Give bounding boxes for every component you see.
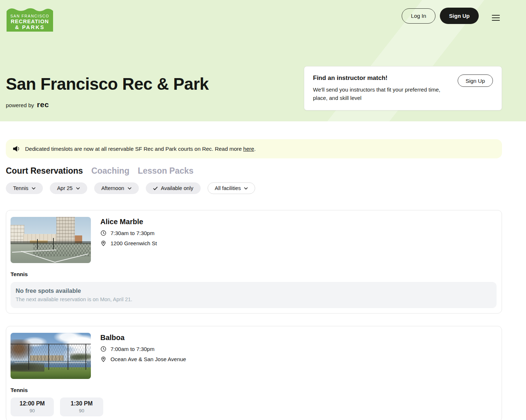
no-availability-notice: No free spots available The next availab… <box>11 282 497 308</box>
time-slot-button[interactable]: 1:30 PM 90 <box>60 397 103 416</box>
tab-lesson-packs[interactable]: Lesson Packs <box>138 166 193 176</box>
read-more-link[interactable]: here <box>243 146 254 152</box>
hero-main: San Francisco Rec & Park powered by rec … <box>0 32 526 110</box>
time-slot-list: 12:00 PM 90 1:30 PM 90 <box>11 397 497 416</box>
chevron-down-icon <box>32 187 36 190</box>
powered-by: powered by rec <box>6 100 209 109</box>
instructor-match-card: Find an instructor match! We'll send you… <box>304 66 502 110</box>
tab-coaching[interactable]: Coaching <box>91 166 129 176</box>
logo-line-3: & PARKS <box>15 24 45 30</box>
filter-bar: Tennis Apr 25 Afternoon Available only A… <box>6 182 502 194</box>
available-only-toggle[interactable]: Available only <box>146 182 201 194</box>
date-filter[interactable]: Apr 25 <box>50 182 87 194</box>
venue-address-row: 1200 Greenwich St <box>100 240 157 246</box>
announcement-banner: Dedicated timeslots are now at all reser… <box>6 139 502 158</box>
venue-card-alice-marble: Alice Marble 7:30am to 7:30pm 1200 Green… <box>6 210 502 314</box>
venue-photo-alice-marble[interactable] <box>11 217 91 263</box>
megaphone-icon <box>12 145 20 153</box>
tab-court-reservations[interactable]: Court Reservations <box>6 166 83 176</box>
venue-card-balboa: Balboa 7:00am to 7:30pm Ocean Ave & San … <box>6 326 502 420</box>
venue-sport-label: Tennis <box>11 271 497 277</box>
hamburger-icon <box>492 15 500 16</box>
venue-name[interactable]: Alice Marble <box>100 218 157 226</box>
main-content: Dedicated timeslots are now at all reser… <box>6 139 502 420</box>
top-navigation: SAN FRANCISCO RECREATION & PARKS Log In … <box>0 0 526 32</box>
rec-wordmark: rec <box>37 100 49 109</box>
instructor-match-text: Find an instructor match! We'll send you… <box>313 74 440 102</box>
checkmark-icon <box>153 186 158 190</box>
venue-name[interactable]: Balboa <box>100 334 186 342</box>
venue-sport-label: Tennis <box>11 387 497 393</box>
venue-hours-row: 7:00am to 7:30pm <box>100 346 186 352</box>
section-tabs: Court Reservations Coaching Lesson Packs <box>6 166 502 176</box>
logo-line-2: RECREATION <box>11 19 49 24</box>
no-availability-title: No free spots available <box>16 287 491 294</box>
time-of-day-filter[interactable]: Afternoon <box>94 182 139 194</box>
sport-filter[interactable]: Tennis <box>6 182 43 194</box>
chevron-down-icon <box>244 187 248 190</box>
sf-rec-parks-logo-icon: SAN FRANCISCO RECREATION & PARKS <box>7 7 53 32</box>
venue-hours-row: 7:30am to 7:30pm <box>100 230 157 236</box>
page-title: San Francisco Rec & Park <box>6 74 209 94</box>
chevron-down-icon <box>128 187 132 190</box>
hamburger-menu-button[interactable] <box>491 12 501 23</box>
instructor-match-description: We'll send you instructors that fit your… <box>313 85 440 102</box>
hero-section: SAN FRANCISCO RECREATION & PARKS Log In … <box>0 0 526 121</box>
signup-button[interactable]: Sign Up <box>440 8 479 24</box>
sf-rec-parks-logo[interactable]: SAN FRANCISCO RECREATION & PARKS <box>7 7 53 32</box>
announcement-text: Dedicated timeslots are now at all reser… <box>25 146 256 152</box>
facilities-filter[interactable]: All facilities <box>208 182 256 194</box>
top-actions: Log In Sign Up <box>402 8 501 24</box>
hero-title-block: San Francisco Rec & Park powered by rec <box>6 66 209 109</box>
logo-line-1: SAN FRANCISCO <box>10 14 49 18</box>
chevron-down-icon <box>76 187 80 190</box>
next-availability-text: The next available reservation is on Mon… <box>16 296 491 302</box>
powered-by-label: powered by <box>6 102 34 108</box>
location-pin-icon <box>100 240 107 246</box>
venue-photo-balboa[interactable] <box>11 333 91 379</box>
instructor-signup-button[interactable]: Sign Up <box>458 74 493 87</box>
time-slot-button[interactable]: 12:00 PM 90 <box>11 397 54 416</box>
login-button[interactable]: Log In <box>402 8 436 24</box>
instructor-match-title: Find an instructor match! <box>313 74 440 82</box>
venue-address-row: Ocean Ave & San Jose Avenue <box>100 356 186 362</box>
clock-icon <box>100 230 107 236</box>
clock-icon <box>100 346 107 352</box>
location-pin-icon <box>100 356 107 362</box>
